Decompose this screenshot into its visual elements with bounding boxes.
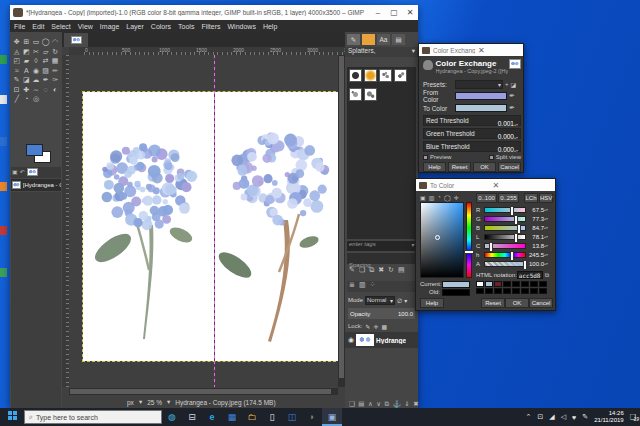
desktop-shortcut[interactable] [0, 137, 7, 146]
brush-spacing-slider[interactable]: Spacing [347, 253, 416, 264]
airbrush-tool-icon[interactable]: ☁ [31, 75, 41, 85]
split-view-checkbox[interactable]: Split view [489, 154, 521, 160]
palette-swatch[interactable] [503, 281, 511, 287]
slider-handle-icon[interactable] [518, 225, 520, 233]
text-tool-icon[interactable]: A [22, 66, 32, 76]
layers-tab-icon[interactable]: ≣ [349, 281, 355, 292]
delete-brush-icon[interactable]: ✖ [378, 266, 384, 278]
palette-swatch[interactable] [485, 281, 493, 287]
range-0-255-button[interactable]: 0..255 [498, 193, 519, 203]
chevron-down-icon[interactable]: ▾ [404, 297, 407, 304]
desktop-shortcut[interactable] [0, 182, 7, 191]
from-color-swatch[interactable] [455, 92, 507, 100]
cmyk-selector-tab-icon[interactable]: ▥ [429, 194, 435, 201]
delete-layer-icon[interactable]: ✖ [413, 400, 418, 408]
taskbar-search[interactable]: ⌕ Type here to search [24, 410, 162, 424]
security-heart-icon[interactable]: ♥ [572, 414, 576, 421]
fuzzy-select-tool-icon[interactable]: ◬ [12, 47, 22, 57]
channel-slider-R[interactable]: R67.5▴▾ [476, 205, 553, 214]
brush-item[interactable] [349, 88, 362, 101]
gimp-taskbar-icon[interactable]: ◗ [302, 408, 322, 426]
paths-tool-icon[interactable]: ╱ [12, 94, 22, 104]
alignment-tool-icon[interactable]: ⊞ [22, 37, 32, 47]
lock-position-icon[interactable]: ✛ [373, 323, 378, 330]
slider-track[interactable] [484, 243, 526, 249]
channel-slider-G[interactable]: G77.3▴▾ [476, 214, 553, 223]
outlook-icon[interactable]: ◫ [282, 408, 302, 426]
rotate-tool-icon[interactable]: ↻ [50, 47, 60, 57]
menu-item-file[interactable]: File [14, 23, 25, 30]
rectangle-select-tool-icon[interactable]: ▭ [31, 37, 41, 47]
range-0-100-button[interactable]: 0..100 [476, 193, 497, 203]
brush-list[interactable] [347, 67, 416, 239]
spinner-icon[interactable]: ▴▾ [544, 262, 548, 265]
edge-icon[interactable]: e [202, 408, 222, 426]
menu-item-help[interactable]: Help [263, 23, 277, 30]
image-tab-thumbnail[interactable] [27, 168, 38, 176]
open-brush-icon[interactable]: ▤ [398, 266, 405, 278]
scissors-tool-icon[interactable]: ✂ [31, 47, 41, 57]
slider-track[interactable] [484, 216, 526, 222]
ok-button[interactable]: OK [473, 162, 496, 172]
brush-item[interactable] [394, 69, 407, 82]
watercolor-selector-tab-icon[interactable]: ◔ [437, 194, 441, 201]
palette-swatch[interactable] [512, 288, 520, 294]
channel-slider-L[interactable]: L78.1▴▾ [476, 232, 553, 241]
horizontal-scrollbar[interactable] [69, 388, 338, 395]
cancel-button[interactable]: Cancel [529, 298, 553, 308]
close-icon[interactable]: ✕ [478, 46, 520, 55]
new-brush-icon[interactable]: ❏ [359, 266, 365, 278]
network-icon[interactable]: ◢ [549, 413, 554, 421]
chevron-up-icon[interactable]: ⌃ [526, 413, 532, 421]
preview-checkbox[interactable]: Preview [423, 154, 451, 160]
reset-button[interactable]: Reset [481, 298, 505, 308]
zoom-select[interactable]: 25 % [147, 399, 162, 406]
brush-item[interactable] [349, 69, 362, 82]
shear-tool-icon[interactable]: ▰ [22, 56, 32, 66]
raise-layer-icon[interactable]: ∧ [368, 400, 373, 408]
free-select-tool-icon[interactable]: ◠ [50, 37, 60, 47]
chevron-down-icon[interactable]: ▾ [411, 241, 414, 251]
heal-tool-icon[interactable]: ✚ [22, 85, 32, 95]
palette-swatch[interactable] [521, 288, 529, 294]
channels-tab-icon[interactable]: ▥ [359, 281, 366, 292]
lock-alpha-icon[interactable]: ▩ [381, 323, 387, 330]
perspective-tool-icon[interactable]: ◊ [31, 56, 41, 66]
saturation-value-square[interactable] [420, 202, 464, 278]
palette-swatch[interactable] [476, 281, 484, 287]
palette-swatch[interactable] [530, 288, 538, 294]
palette-selector-tab-icon[interactable]: ✛ [454, 194, 459, 201]
help-button[interactable]: Help [420, 298, 444, 308]
slider-track[interactable] [484, 261, 526, 267]
slider-handle-icon[interactable] [515, 234, 517, 242]
action-center-icon[interactable]: ❑19 [630, 413, 636, 421]
desktop-shortcut[interactable] [0, 95, 7, 104]
slider-track[interactable] [484, 252, 526, 258]
brush-item[interactable] [364, 88, 377, 101]
file-explorer-icon[interactable]: 🗀 [242, 408, 262, 426]
minimize-button[interactable]: – [370, 5, 386, 20]
cage-tool-icon[interactable]: ▦ [50, 56, 60, 66]
preset-menu-button[interactable]: ◪ [511, 81, 517, 88]
horizontal-ruler[interactable]: 0500100015002000250030003500 [69, 47, 345, 55]
copy-icon[interactable]: ⧉ [545, 272, 549, 279]
ink-tool-icon[interactable]: ✒ [41, 75, 51, 85]
menu-item-tools[interactable]: Tools [178, 23, 194, 30]
ellipse-select-tool-icon[interactable]: ◯ [41, 37, 51, 47]
warp-tool-icon[interactable]: ≈ [12, 66, 22, 76]
spinner-icon[interactable]: ▴▾ [544, 235, 548, 238]
hue-strip[interactable] [466, 202, 472, 278]
volume-icon[interactable]: ◁ [561, 413, 566, 421]
slider-track[interactable] [484, 225, 526, 231]
paintbrush-tool-icon[interactable]: ✎ [12, 75, 22, 85]
slider-handle-icon[interactable] [524, 261, 526, 269]
images-list-item[interactable]: [Hydrangea - Copy [11, 179, 61, 191]
paths-tab-icon[interactable]: ⁘ [370, 281, 376, 292]
close-button[interactable]: ✕ [402, 5, 418, 20]
display-icon[interactable]: ⊡ [537, 413, 543, 421]
presets-dropdown[interactable]: ▾ [455, 80, 503, 89]
palette-swatch[interactable] [539, 281, 547, 287]
pen-icon[interactable]: ✎ [582, 413, 588, 421]
menu-item-filters[interactable]: Filters [201, 23, 220, 30]
start-button[interactable] [0, 408, 24, 426]
